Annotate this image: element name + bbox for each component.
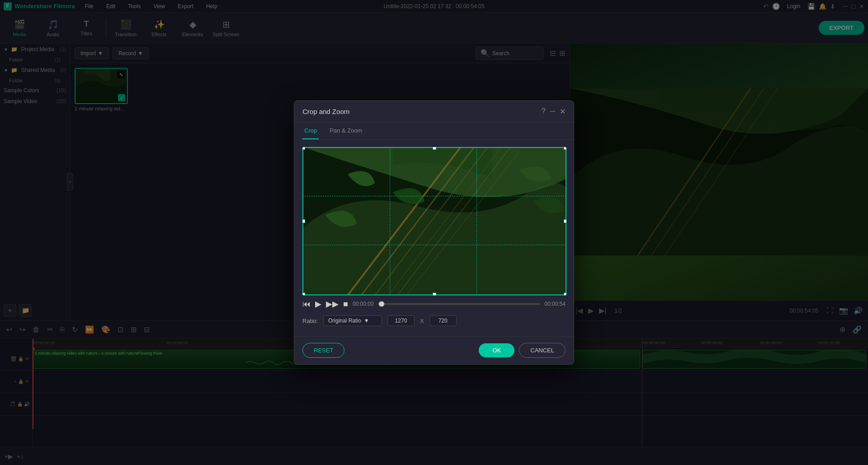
tab-pan-zoom[interactable]: Pan & Zoom [328, 123, 364, 139]
rewind-icon[interactable]: ⏮ [302, 299, 311, 309]
crop-canvas-bg [302, 147, 566, 295]
crop-zoom-dialog: Crop and Zoom ? ─ ✕ Crop Pan & Zoom [294, 100, 574, 365]
playback-thumb[interactable] [379, 301, 384, 307]
ratio-selected-value: Original Ratio [328, 318, 361, 324]
dialog-body: ⏮ ▶ ▶▶ ■ 00:00:00 00:00:54 Ratio: Origin… [294, 140, 574, 336]
ratio-dropdown-icon: ▼ [364, 318, 369, 324]
playback-slider[interactable] [378, 303, 540, 305]
ratio-label: Ratio: [302, 318, 318, 324]
playback-time-current: 00:00:00 [353, 301, 374, 307]
dialog-header: Crop and Zoom ? ─ ✕ [294, 101, 574, 123]
ratio-width-input[interactable] [387, 315, 415, 326]
dialog-overlay: Crop and Zoom ? ─ ✕ Crop Pan & Zoom [0, 0, 868, 465]
play-button[interactable]: ▶ [315, 299, 321, 309]
dialog-close-icon[interactable]: ✕ [560, 107, 566, 116]
dialog-header-icons: ? ─ ✕ [542, 107, 566, 116]
ratio-select[interactable]: Original Ratio ▼ [323, 315, 382, 326]
crop-video-svg [302, 147, 566, 295]
reset-button[interactable]: RESET [302, 343, 344, 358]
dialog-title: Crop and Zoom [302, 108, 349, 115]
playback-controls: ⏮ ▶ ▶▶ ■ 00:00:00 00:00:54 [302, 295, 566, 313]
cancel-button[interactable]: CANCEL [519, 343, 566, 358]
playback-time-total: 00:00:54 [544, 301, 566, 307]
ratio-height-input[interactable] [429, 315, 457, 326]
ratio-x-separator: X [420, 318, 424, 324]
ok-button[interactable]: OK [479, 343, 514, 357]
play-next-icon[interactable]: ▶▶ [326, 299, 339, 309]
dialog-tabs: Crop Pan & Zoom [294, 123, 574, 140]
crop-canvas[interactable] [302, 147, 566, 295]
dialog-minimize-icon[interactable]: ─ [550, 107, 555, 116]
dialog-footer: RESET OK CANCEL [294, 336, 574, 364]
ratio-row: Ratio: Original Ratio ▼ X [302, 313, 566, 329]
stop-icon[interactable]: ■ [343, 299, 348, 309]
tab-crop[interactable]: Crop [302, 123, 319, 139]
help-icon[interactable]: ? [542, 107, 546, 116]
